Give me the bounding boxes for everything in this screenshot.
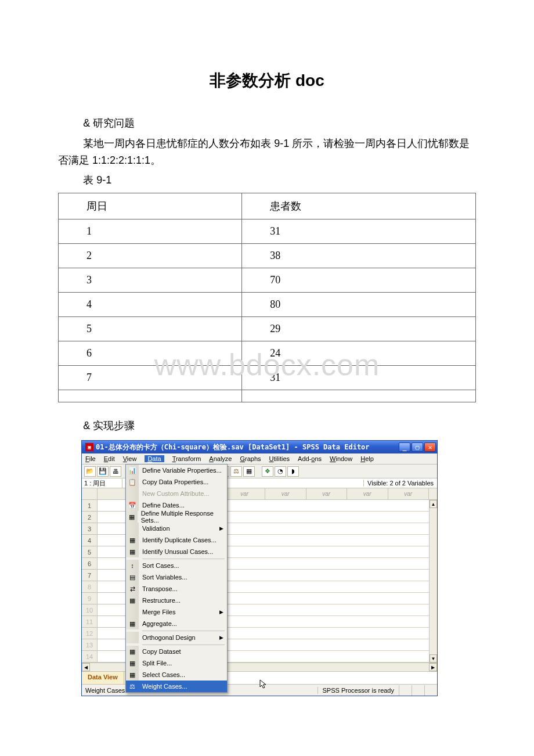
- menu-transform[interactable]: Transform: [172, 455, 201, 462]
- var-header[interactable]: var: [347, 488, 388, 500]
- table-row: 624: [59, 341, 476, 366]
- menu-item-id-dup[interactable]: ▦Identify Duplicate Cases...: [126, 534, 227, 546]
- data-grid-area: 1 2 3 4 5 6 7 8 9 10 11 12 13 14 var var…: [82, 488, 437, 663]
- tab-data-view[interactable]: Data View: [82, 672, 124, 684]
- close-button[interactable]: ✕: [424, 442, 436, 452]
- submenu-arrow-icon: ▶: [219, 525, 223, 531]
- ortho-icon: [126, 632, 139, 643]
- menu-item-label: Split File...: [142, 660, 172, 667]
- show-all-icon[interactable]: ◗: [287, 466, 299, 477]
- var-header[interactable]: var: [225, 488, 266, 500]
- data-menu-dropdown: 📊Define Variable Properties...📋Copy Data…: [125, 464, 228, 693]
- variables-icon[interactable]: ⚖: [230, 466, 242, 477]
- col-header-count: 患者数: [242, 193, 476, 219]
- menu-item-label: Sort Cases...: [142, 562, 179, 569]
- copy-data-props-icon: 📋: [126, 476, 139, 488]
- menu-graphs[interactable]: Graphs: [240, 455, 261, 462]
- menu-item-transpose[interactable]: ⇄Transpose...: [126, 583, 227, 595]
- menu-item-merge[interactable]: Merge Files▶: [126, 606, 227, 618]
- menu-analyze[interactable]: Analyze: [209, 455, 232, 462]
- menu-item-sort-cases[interactable]: ↕Sort Cases...: [126, 560, 227, 571]
- define-mrs-icon: ▦: [126, 511, 138, 523]
- use-sets-icon[interactable]: ◔: [275, 466, 286, 477]
- menu-item-aggregate[interactable]: ▦Aggregate...: [126, 618, 227, 629]
- status-box: [424, 685, 437, 696]
- table-row: 731: [59, 366, 476, 390]
- maximize-button[interactable]: ▢: [412, 442, 423, 452]
- window-titlebar[interactable]: ▣ 01-总体分布的卡方（Chi-square）检验.sav [DataSet1…: [82, 441, 437, 453]
- menu-item-validation[interactable]: Validation▶: [126, 523, 227, 534]
- menu-addons[interactable]: Add-ons: [298, 455, 322, 462]
- menu-item-define-var-props[interactable]: 📊Define Variable Properties...: [126, 465, 227, 476]
- status-box: [412, 685, 424, 696]
- menu-item-label: Orthogonal Design: [142, 634, 196, 641]
- menu-item-copy-dataset[interactable]: ▦Copy Dataset: [126, 646, 227, 657]
- scroll-left-icon[interactable]: ◀: [82, 663, 90, 671]
- menu-view[interactable]: View: [123, 455, 137, 462]
- scroll-down-icon[interactable]: ▼: [430, 654, 437, 663]
- table-label: 表 9-1: [58, 173, 476, 187]
- table-header-row: 周日 患者数: [59, 193, 476, 219]
- var-header[interactable]: var: [265, 488, 306, 500]
- menu-item-label: Sort Variables...: [142, 574, 187, 581]
- menu-file[interactable]: File: [85, 455, 96, 462]
- section-heading-steps: & 实现步骤: [58, 417, 476, 434]
- corner-cell: [82, 488, 98, 500]
- menu-item-restructure[interactable]: ▦Restructure...: [126, 595, 227, 606]
- find-icon[interactable]: ▦: [243, 466, 255, 477]
- id-unusual-icon: ▦: [126, 546, 139, 557]
- merge-icon: [126, 606, 139, 618]
- menu-item-split-file[interactable]: ▦Split File...: [126, 657, 227, 669]
- scroll-up-icon[interactable]: ▲: [430, 500, 437, 508]
- var-header[interactable]: var: [306, 488, 348, 500]
- define-dates-icon: 📅: [126, 499, 139, 511]
- menu-item-select-cases[interactable]: ▦Select Cases...: [126, 669, 227, 681]
- menu-item-label: Validation: [142, 525, 170, 532]
- submenu-arrow-icon: ▶: [219, 635, 223, 640]
- sort-cases-icon: ↕: [126, 560, 139, 571]
- menu-edit[interactable]: Edit: [104, 455, 115, 462]
- menu-item-sort-vars[interactable]: ▤Sort Variables...: [126, 571, 227, 583]
- menu-help[interactable]: Help: [360, 455, 374, 462]
- restructure-icon: ▦: [126, 595, 139, 606]
- menu-item-label: Define Dates...: [142, 502, 185, 509]
- menu-separator: [126, 629, 227, 632]
- minimize-button[interactable]: _: [399, 442, 410, 452]
- menu-separator: [126, 557, 227, 560]
- validation-icon: [126, 523, 139, 534]
- menu-item-ortho[interactable]: Orthogonal Design▶: [126, 632, 227, 643]
- value-labels-icon[interactable]: ❖: [262, 466, 273, 477]
- id-dup-icon: ▦: [126, 534, 139, 546]
- table-row: 238: [59, 244, 476, 268]
- menu-item-define-dates[interactable]: 📅Define Dates...: [126, 499, 227, 511]
- page-title: 非参数分析 doc: [58, 70, 476, 92]
- vertical-scrollbar[interactable]: ▲ ▼: [429, 500, 437, 663]
- save-icon[interactable]: 💾: [97, 466, 109, 477]
- menu-item-id-unusual[interactable]: ▦Identify Unusual Cases...: [126, 546, 227, 557]
- print-icon[interactable]: 🖶: [110, 466, 121, 477]
- menu-window[interactable]: Window: [330, 455, 352, 462]
- table-row: [59, 390, 476, 402]
- menu-item-copy-data-props[interactable]: 📋Copy Data Properties...: [126, 476, 227, 488]
- select-cases-icon: ▦: [126, 669, 139, 681]
- aggregate-icon: ▦: [126, 618, 139, 629]
- menu-utilities[interactable]: Utilities: [269, 455, 290, 462]
- sort-vars-icon: ▤: [126, 571, 139, 583]
- open-icon[interactable]: 📂: [84, 466, 96, 477]
- section-heading-research: & 研究问题: [58, 115, 476, 132]
- menu-item-define-mrs[interactable]: ▦Define Multiple Response Sets...: [126, 511, 227, 523]
- submenu-arrow-icon: ▶: [219, 609, 223, 615]
- visible-vars-label: Visible: 2 of 2 Variables: [363, 480, 437, 487]
- var-header[interactable]: var: [388, 488, 430, 500]
- menu-data[interactable]: Data: [145, 455, 164, 462]
- scroll-right-icon[interactable]: ▶: [429, 663, 437, 671]
- split-file-icon: ▦: [126, 657, 139, 669]
- table-row: 370: [59, 268, 476, 293]
- menu-item-label: Copy Data Properties...: [142, 478, 208, 485]
- menu-item-label: Transpose...: [142, 585, 178, 592]
- status-box: [399, 685, 412, 696]
- menu-separator: [126, 643, 227, 646]
- menubar: File Edit View Data Transform Analyze Gr…: [82, 453, 437, 464]
- new-custom-attr-icon: [126, 488, 139, 499]
- menu-item-weight-cases[interactable]: ⚖Weight Cases...: [126, 681, 227, 692]
